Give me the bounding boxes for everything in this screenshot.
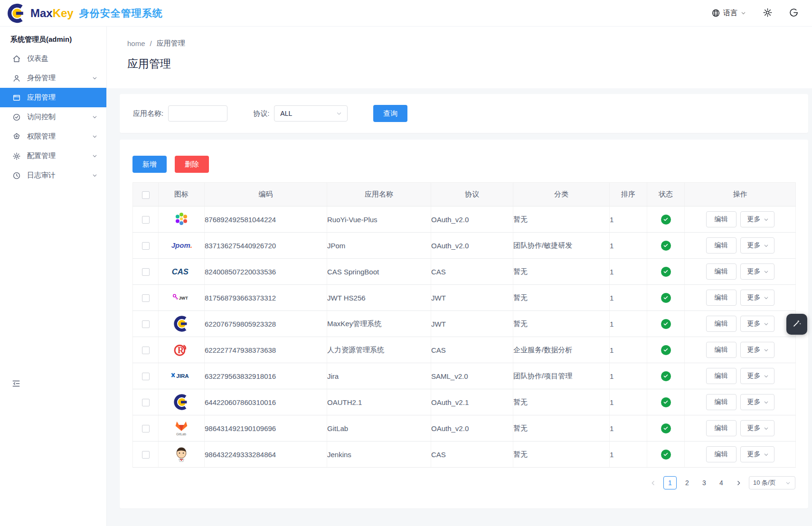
table-row: CAS824008507220033536CAS SpringBootCAS暂无… [133, 259, 796, 285]
column-header-protocol: 协议 [431, 183, 513, 207]
more-button[interactable]: 更多 [740, 394, 774, 410]
page-size-select[interactable]: 10 条/页 [749, 476, 795, 489]
page-button-4[interactable]: 4 [715, 476, 728, 489]
edit-button[interactable]: 编辑 [706, 263, 736, 280]
magic-wand-icon [792, 318, 802, 330]
column-header-icon: 图标 [159, 183, 205, 207]
chevron-down-icon [763, 399, 769, 405]
more-button[interactable]: 更多 [740, 316, 774, 332]
table-row: 876892492581044224RuoYi-Vue-PlusOAuth_v2… [133, 207, 796, 233]
svg-text:CAS: CAS [172, 267, 189, 276]
edit-button[interactable]: 编辑 [706, 420, 736, 436]
app-name-input[interactable] [168, 105, 227, 122]
sidebar-item-permission[interactable]: 权限管理 [0, 127, 106, 146]
app-name: CAS SpringBoot [327, 259, 431, 285]
search-card: 应用名称: 协议: ALL 查询 [120, 94, 808, 133]
app-code: 986432249333284864 [205, 441, 327, 468]
chevron-down-icon [763, 425, 769, 432]
applications-table: 图标 编码 应用名称 协议 分类 排序 状态 操作 87689249258104… [132, 182, 796, 468]
app-name: JWT HS256 [327, 285, 431, 311]
more-button[interactable]: 更多 [740, 420, 774, 436]
row-checkbox[interactable] [142, 347, 150, 354]
sidebar-item-label: 权限管理 [27, 132, 92, 141]
prev-page-button[interactable] [646, 476, 660, 489]
language-switcher[interactable]: 语言 [711, 9, 746, 18]
row-checkbox[interactable] [142, 216, 150, 224]
logout-button[interactable] [789, 8, 799, 19]
app-protocol: JWT [431, 285, 513, 311]
row-checkbox[interactable] [142, 425, 150, 432]
row-checkbox[interactable] [142, 294, 150, 302]
app-code: 876892492581044224 [205, 207, 327, 233]
protocol-select[interactable]: ALL [274, 105, 348, 122]
app-name: RuoYi-Vue-Plus [327, 207, 431, 233]
edit-button[interactable]: 编辑 [706, 394, 736, 410]
select-all-checkbox[interactable] [142, 191, 150, 199]
jenkins-logo [173, 446, 190, 463]
next-page-button[interactable] [732, 476, 745, 489]
sidebar-item-identity[interactable]: 身份管理 [0, 68, 106, 88]
sidebar-item-label: 日志审计 [27, 171, 92, 180]
gear-icon [763, 8, 773, 19]
row-checkbox[interactable] [142, 399, 150, 406]
page-button-3[interactable]: 3 [698, 476, 711, 489]
edit-button[interactable]: 编辑 [706, 316, 736, 332]
sidebar-item-label: 仪表盘 [27, 54, 98, 63]
more-button[interactable]: 更多 [740, 263, 774, 280]
edit-button[interactable]: 编辑 [706, 290, 736, 306]
delete-button[interactable]: 删除 [175, 156, 209, 173]
pagination: 1234 10 条/页 [132, 476, 795, 489]
sidebar-item-dashboard[interactable]: 仪表盘 [0, 49, 106, 68]
table-row: 622076759805923328MaxKey管理系统JWT暂无1编辑更多 [133, 311, 796, 337]
breadcrumb-home[interactable]: home [127, 39, 145, 47]
column-header-name: 应用名称 [327, 183, 431, 207]
more-button[interactable]: 更多 [740, 446, 774, 462]
edit-button[interactable]: 编辑 [706, 368, 736, 384]
language-label: 语言 [723, 9, 737, 18]
row-checkbox[interactable] [142, 451, 150, 459]
app-code: 622076759805923328 [205, 311, 327, 337]
svg-text:R: R [178, 346, 184, 355]
header-actions: 语言 [711, 8, 799, 19]
row-checkbox[interactable] [142, 268, 150, 276]
jwt-logo: JWT [171, 293, 191, 302]
add-button[interactable]: 新增 [132, 156, 167, 173]
search-button[interactable]: 查询 [373, 105, 407, 122]
app-category: 团队协作/敏捷研发 [513, 233, 610, 259]
app-category: 暂无 [513, 285, 610, 311]
app-sort: 1 [610, 337, 647, 363]
row-checkbox[interactable] [142, 242, 150, 250]
more-button[interactable]: 更多 [740, 290, 774, 306]
brand: MaxKey 身份安全管理系统 [6, 2, 163, 24]
page-button-2[interactable]: 2 [680, 476, 694, 489]
breadcrumb-current: 应用管理 [157, 39, 185, 48]
floating-tool-button[interactable] [786, 314, 807, 335]
chevron-down-icon [763, 451, 769, 458]
app-sort: 1 [610, 363, 647, 389]
more-button[interactable]: 更多 [740, 368, 774, 384]
edit-button[interactable]: 编辑 [706, 342, 736, 358]
row-checkbox[interactable] [142, 320, 150, 328]
sidebar-item-config[interactable]: 配置管理 [0, 146, 106, 166]
sidebar-item-audit[interactable]: 日志审计 [0, 166, 106, 185]
edit-button[interactable]: 编辑 [706, 211, 736, 227]
sidebar-collapse-button[interactable] [11, 379, 21, 388]
more-button[interactable]: 更多 [740, 342, 774, 358]
svg-text:Jpom.: Jpom. [171, 241, 192, 249]
sidebar-item-apps[interactable]: 应用管理 [0, 88, 106, 107]
edit-button[interactable]: 编辑 [706, 237, 736, 254]
more-button[interactable]: 更多 [740, 211, 774, 227]
settings-button[interactable] [763, 8, 773, 19]
identity-icon [12, 74, 21, 83]
permission-icon [12, 132, 21, 141]
table-header-row: 图标 编码 应用名称 协议 分类 排序 状态 操作 [133, 183, 796, 207]
edit-button[interactable]: 编辑 [706, 446, 736, 462]
app-code: 644220607860310016 [205, 389, 327, 415]
page-button-1[interactable]: 1 [663, 476, 677, 489]
app-name: JPom [327, 233, 431, 259]
config-icon [12, 152, 21, 160]
row-checkbox[interactable] [142, 373, 150, 380]
more-button[interactable]: 更多 [740, 237, 774, 254]
sidebar-item-access[interactable]: 访问控制 [0, 107, 106, 127]
app-category: 暂无 [513, 389, 610, 415]
